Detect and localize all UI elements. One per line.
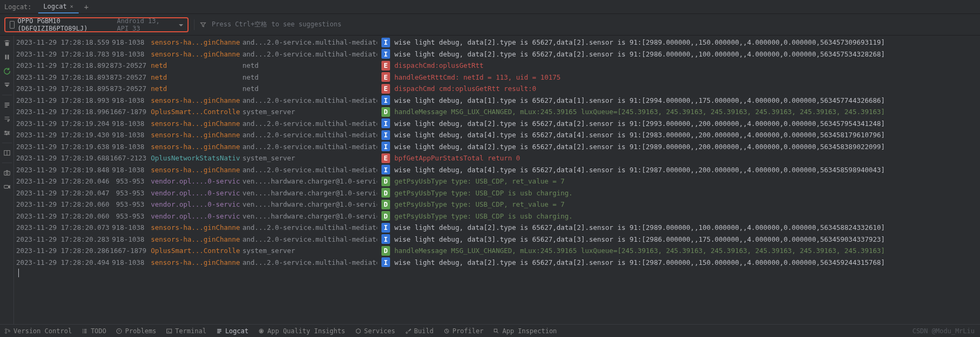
log-line[interactable]: 2023-11-29 17:28:18.783918-1038sensors-h… (16, 48, 980, 60)
filter-input[interactable]: Press Ctrl+空格 to see suggestions (212, 20, 342, 29)
svg-rect-14 (167, 329, 172, 333)
cursor-line (16, 268, 980, 278)
device-name: OPPO PGBM10 (D6FQIZIB6PTO89LJ) (18, 17, 114, 32)
svg-point-2 (5, 131, 6, 132)
tab-todo[interactable]: TODO (81, 327, 106, 335)
log-package: ven....hardware.charger@1.0-service (242, 187, 377, 199)
log-pid: 953-953 (110, 199, 149, 210)
split-button[interactable] (2, 148, 12, 158)
pause-button[interactable] (2, 52, 12, 62)
log-tag: sensors-ha...ginChannel (151, 95, 240, 107)
tab-version-control[interactable]: Version Control (4, 327, 72, 335)
log-viewport[interactable]: 2023-11-29 17:28:18.559918-1038sensors-h… (14, 36, 980, 324)
log-line[interactable]: 2023-11-29 17:28:20.046953-953vendor.opl… (16, 175, 980, 187)
log-pid: 953-953 (110, 187, 149, 199)
log-package: netd (242, 60, 377, 72)
log-pid: 918-1038 (110, 257, 149, 269)
log-line[interactable]: 2023-11-29 17:28:19.6881667-2123OplusNet… (16, 152, 980, 164)
svg-point-4 (5, 134, 6, 135)
log-line[interactable]: 2023-11-29 17:28:20.060953-953vendor.opl… (16, 210, 980, 222)
record-button[interactable] (2, 181, 12, 192)
tab-build[interactable]: Build (405, 327, 434, 335)
log-timestamp: 2023-11-29 17:28:20.047 (16, 187, 108, 199)
log-line[interactable]: 2023-11-29 17:28:20.283918-1038sensors-h… (16, 234, 980, 245)
log-tag: OplusSmart...Controller (151, 245, 240, 257)
log-message: wise light debug, data[3].type is 65627,… (394, 234, 980, 245)
tab-logcat-bottom[interactable]: Logcat (216, 327, 248, 335)
tab-problems[interactable]: Problems (116, 327, 156, 335)
soft-wrap-button[interactable] (2, 114, 12, 124)
log-package: and...2.0-service.multihal-mediatek (242, 118, 377, 130)
tab-profiler[interactable]: Profiler (443, 327, 484, 335)
log-package: and...2.0-service.multihal-mediatek (242, 37, 377, 48)
log-pid: 953-953 (110, 210, 149, 222)
previous-button[interactable] (2, 100, 12, 110)
svg-rect-7 (4, 171, 10, 175)
log-message: dispachCmd cmd:oplusGetRtt result:0 (394, 83, 980, 95)
log-tag: sensors-ha...ginChannel (151, 118, 240, 130)
tab-logcat[interactable]: Logcat ✕ (38, 1, 79, 13)
separator (2, 163, 12, 163)
log-pid: 918-1038 (110, 118, 149, 130)
log-pid: 918-1038 (110, 37, 149, 48)
log-line[interactable]: 2023-11-29 17:28:19.430918-1038sensors-h… (16, 129, 980, 141)
log-line[interactable]: 2023-11-29 17:28:20.2861667-1879OplusSma… (16, 245, 980, 257)
log-level-badge: I (381, 142, 390, 151)
log-line[interactable]: 2023-11-29 17:28:19.638918-1038sensors-h… (16, 141, 980, 153)
log-level-badge: I (381, 165, 390, 174)
add-tab-button[interactable]: + (79, 3, 94, 11)
log-tag: netd (151, 83, 240, 95)
log-line[interactable]: 2023-11-29 17:28:20.073918-1038sensors-h… (16, 222, 980, 234)
log-line[interactable]: 2023-11-29 17:28:18.895873-20527netdnetd… (16, 83, 980, 95)
log-tag: sensors-ha...ginChannel (151, 164, 240, 176)
tab-services[interactable]: Services (355, 327, 395, 335)
side-toolbar (0, 36, 14, 324)
tab-terminal[interactable]: Terminal (166, 327, 206, 335)
log-line[interactable]: 2023-11-29 17:28:20.047953-953vendor.opl… (16, 187, 980, 199)
separator (2, 143, 12, 143)
scroll-to-end-button[interactable] (2, 80, 12, 90)
close-icon[interactable]: ✕ (70, 3, 73, 9)
log-level-badge: I (381, 223, 390, 233)
log-level-badge: E (381, 153, 390, 163)
tab-app-quality[interactable]: App Quality Insights (258, 327, 345, 335)
log-line[interactable]: 2023-11-29 17:28:20.060953-953vendor.opl… (16, 199, 980, 210)
log-line[interactable]: 2023-11-29 17:28:18.9961667-1879OplusSma… (16, 106, 980, 118)
log-package: and...2.0-service.multihal-mediatek (242, 234, 377, 245)
log-message: wise light debug, data[4].type is 65627,… (394, 164, 980, 176)
log-message: getPsyUsbType type: USB_CDP is usb charg… (394, 187, 980, 199)
log-timestamp: 2023-11-29 17:28:18.993 (16, 95, 108, 107)
log-level-badge: I (381, 130, 390, 140)
device-selector[interactable]: OPPO PGBM10 (D6FQIZIB6PTO89LJ) Android 1… (4, 17, 189, 32)
log-line[interactable]: 2023-11-29 17:28:18.559918-1038sensors-h… (16, 37, 980, 48)
log-message: handleMessage MSG_LUX_CHANGED, mLux:245.… (394, 245, 980, 257)
log-tag: vendor.opl....0-service (151, 210, 240, 222)
log-timestamp: 2023-11-29 17:28:19.204 (16, 118, 108, 130)
log-line[interactable]: 2023-11-29 17:28:20.494918-1038sensors-h… (16, 257, 980, 269)
log-line[interactable]: 2023-11-29 17:28:18.893873-20527netdnetd… (16, 72, 980, 83)
log-line[interactable]: 2023-11-29 17:28:19.204918-1038sensors-h… (16, 118, 980, 130)
bottom-bar: Version Control TODO Problems Terminal L… (0, 324, 980, 337)
log-package: and...2.0-service.multihal-mediatek (242, 129, 377, 141)
filter-icon (200, 22, 206, 28)
log-line[interactable]: 2023-11-29 17:28:18.892873-20527netdnetd… (16, 60, 980, 72)
screenshot-button[interactable] (2, 167, 12, 178)
tab-app-inspection[interactable]: App Inspection (493, 327, 557, 335)
log-tag: netd (151, 60, 240, 72)
log-level-badge: E (381, 72, 390, 82)
log-level-badge: I (381, 49, 390, 59)
log-line[interactable]: 2023-11-29 17:28:18.993918-1038sensors-h… (16, 95, 980, 107)
log-timestamp: 2023-11-29 17:28:18.783 (16, 48, 108, 60)
log-timestamp: 2023-11-29 17:28:18.893 (16, 72, 108, 83)
log-message: wise light debug, data[2].type is 65627,… (394, 48, 980, 60)
log-tag: vendor.opl....0-service (151, 175, 240, 187)
log-message: getPsyUsbType type: USB_CDP, ret_value =… (394, 175, 980, 187)
log-line[interactable]: 2023-11-29 17:28:19.848918-1038sensors-h… (16, 164, 980, 176)
log-pid: 918-1038 (110, 141, 149, 153)
log-level-badge: D (381, 188, 390, 198)
settings-button[interactable] (2, 128, 12, 138)
clear-log-button[interactable] (2, 38, 12, 48)
log-pid: 918-1038 (110, 129, 149, 141)
log-package: and...2.0-service.multihal-mediatek (242, 95, 377, 107)
restart-button[interactable] (2, 66, 12, 76)
